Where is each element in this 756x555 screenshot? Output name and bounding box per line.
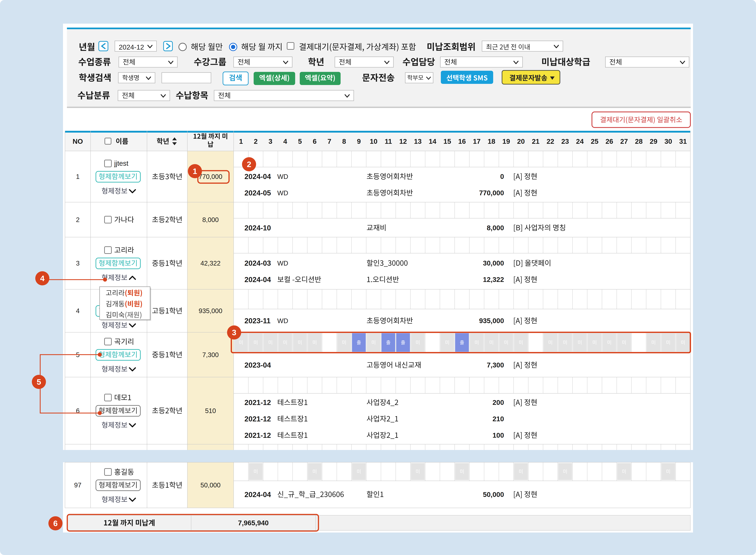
svg-text:2024-04: 2024-04	[244, 275, 271, 284]
svg-text:4: 4	[40, 274, 45, 283]
svg-text:770,000: 770,000	[479, 189, 504, 197]
svg-text:jjtest: jjtest	[114, 160, 128, 167]
svg-text:2024-04: 2024-04	[244, 490, 271, 499]
svg-text:1: 1	[193, 167, 197, 176]
svg-text:2024-04: 2024-04	[244, 172, 271, 180]
svg-text:97: 97	[74, 481, 82, 489]
svg-text:770,000: 770,000	[199, 173, 222, 180]
svg-text:8,000: 8,000	[487, 224, 504, 232]
svg-text:30: 30	[664, 137, 672, 145]
svg-text:17: 17	[473, 137, 481, 145]
svg-text:30,000: 30,000	[483, 259, 504, 267]
svg-text:2023-04: 2023-04	[244, 361, 271, 369]
svg-text:22: 22	[546, 137, 554, 145]
svg-text:WD: WD	[277, 189, 288, 197]
svg-text:510: 510	[205, 407, 216, 414]
svg-text:2024-12: 2024-12	[119, 43, 144, 51]
svg-text:4: 4	[283, 137, 287, 145]
svg-text:2: 2	[254, 137, 258, 145]
svg-text:1: 1	[239, 137, 243, 145]
svg-text:200: 200	[492, 398, 504, 406]
svg-text:0: 0	[500, 173, 504, 180]
svg-text:2024-05: 2024-05	[244, 189, 271, 197]
svg-text:3: 3	[232, 328, 236, 337]
svg-text:935,000: 935,000	[479, 317, 504, 325]
svg-text:15: 15	[443, 137, 451, 145]
svg-text:7,965,940: 7,965,940	[238, 519, 269, 527]
svg-text:7,300: 7,300	[487, 361, 504, 369]
svg-text:14: 14	[429, 137, 436, 145]
svg-text:210: 210	[492, 415, 504, 423]
svg-text:2023-11: 2023-11	[244, 317, 271, 325]
svg-text:8,000: 8,000	[202, 216, 219, 223]
svg-text:16: 16	[458, 137, 466, 145]
svg-text:2024-10: 2024-10	[244, 224, 271, 232]
svg-text:2: 2	[76, 216, 80, 223]
svg-text:10: 10	[370, 137, 377, 145]
svg-text:5: 5	[298, 137, 302, 145]
svg-text:2: 2	[247, 160, 251, 169]
svg-text:2021-12: 2021-12	[244, 415, 271, 423]
svg-text:9: 9	[357, 137, 361, 145]
svg-text:18: 18	[488, 137, 495, 145]
svg-text:WD: WD	[277, 173, 288, 180]
svg-text:WD: WD	[277, 317, 288, 325]
svg-text:6: 6	[53, 519, 58, 528]
svg-text:12,322: 12,322	[483, 276, 504, 284]
svg-text:7: 7	[327, 137, 331, 145]
svg-text:6: 6	[313, 137, 316, 145]
svg-text:8: 8	[342, 137, 346, 145]
svg-text:42,322: 42,322	[201, 260, 221, 267]
svg-text:24: 24	[576, 137, 584, 145]
svg-text:50,000: 50,000	[201, 481, 221, 489]
svg-text:25: 25	[591, 137, 598, 145]
svg-text:23: 23	[561, 137, 569, 145]
svg-text:12: 12	[399, 137, 407, 145]
svg-text:20: 20	[517, 137, 525, 145]
svg-text:935,000: 935,000	[199, 307, 222, 314]
svg-text:27: 27	[620, 137, 628, 145]
svg-text:NO: NO	[73, 137, 83, 145]
svg-text:WD: WD	[277, 260, 288, 267]
svg-text:7,300: 7,300	[202, 351, 219, 358]
svg-text:1: 1	[76, 173, 80, 180]
svg-text:13: 13	[414, 137, 421, 145]
svg-text:29: 29	[650, 137, 657, 145]
svg-text:21: 21	[532, 137, 540, 145]
svg-text:11: 11	[385, 137, 392, 145]
svg-text:28: 28	[635, 137, 642, 145]
svg-text:26: 26	[606, 137, 613, 145]
svg-text:5: 5	[37, 378, 41, 386]
svg-text:2021-12: 2021-12	[244, 398, 271, 407]
svg-text:3: 3	[76, 260, 80, 267]
svg-text:3: 3	[269, 137, 272, 145]
svg-text:4: 4	[76, 307, 80, 314]
svg-text:2024-03: 2024-03	[244, 259, 271, 267]
svg-text:31: 31	[679, 137, 687, 145]
svg-text:19: 19	[502, 137, 510, 145]
svg-text:100: 100	[492, 431, 504, 439]
svg-text:50,000: 50,000	[483, 491, 504, 498]
svg-text:2021-12: 2021-12	[244, 431, 271, 439]
